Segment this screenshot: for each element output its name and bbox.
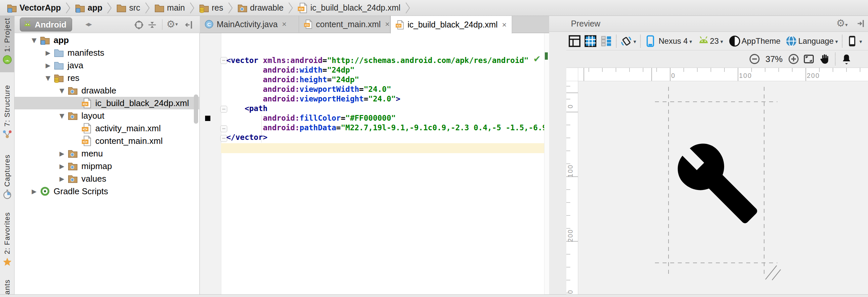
ruler-label: 0 xyxy=(567,97,574,116)
chevron-right-icon xyxy=(190,2,195,14)
folder-icon xyxy=(116,3,127,13)
zoom-out-icon[interactable] xyxy=(749,53,760,65)
breadcrumb: VectorApp app src main res drawable ic_b… xyxy=(0,0,868,16)
orientation-selector[interactable]: ▾ xyxy=(620,35,637,47)
hide-panel-icon[interactable] xyxy=(185,20,194,30)
collapse-all-icon[interactable] xyxy=(147,20,157,30)
hide-panel-icon[interactable] xyxy=(856,19,865,28)
breadcrumb-item-vectorapp[interactable]: VectorApp xyxy=(7,0,75,16)
collapse-arrow-icon[interactable]: ▶ xyxy=(56,175,67,182)
tree-row-drawable[interactable]: ▼ drawable xyxy=(14,84,200,97)
tree-row-app[interactable]: ▼ app xyxy=(14,34,200,47)
caret-down-icon: ▾ xyxy=(835,38,838,45)
breadcrumb-item-main[interactable]: main xyxy=(154,0,199,16)
expand-arrow-icon[interactable]: ▼ xyxy=(28,36,40,44)
preview-canvas xyxy=(578,81,868,294)
color-preview-swatch[interactable] xyxy=(205,116,210,121)
layout-editor-mode-icon[interactable] xyxy=(568,35,581,47)
expand-arrow-icon[interactable]: ▼ xyxy=(56,87,67,94)
breadcrumb-label: VectorApp xyxy=(20,3,61,12)
zoom-in-icon[interactable] xyxy=(788,53,799,65)
code-line: android:fillColor="#FF000000" xyxy=(226,113,396,123)
breadcrumb-item-drawable[interactable]: drawable xyxy=(237,0,298,16)
breadcrumb-item-file[interactable]: ic_build_black_24dp.xml xyxy=(298,0,414,16)
collapse-arrow-icon[interactable]: ▶ xyxy=(42,62,54,69)
tool-tab-favorites[interactable]: 2: Favorites xyxy=(0,212,14,267)
phone-icon xyxy=(644,35,657,47)
collapse-arrow-icon[interactable]: ▶ xyxy=(56,162,67,170)
variant-columns-icon[interactable] xyxy=(600,35,613,47)
project-view-selector[interactable]: Android xyxy=(20,18,72,31)
pan-hand-icon[interactable] xyxy=(818,53,830,65)
tree-row-mipmap[interactable]: ▶ mipmap xyxy=(14,160,200,172)
tool-tab-label: Captures xyxy=(3,155,11,187)
editor-tab-ic-build-black-24dp[interactable]: ic_build_black_24dp.xml × xyxy=(390,16,512,33)
breadcrumb-item-res[interactable]: res xyxy=(199,0,237,16)
grid-mode-icon[interactable] xyxy=(584,35,597,47)
panel-settings-button[interactable]: ⚙ ▾ xyxy=(166,19,178,29)
tree-scrollbar-thumb[interactable] xyxy=(194,94,198,124)
editor-scrollbar[interactable] xyxy=(544,33,549,294)
breadcrumb-item-src[interactable]: src xyxy=(116,0,154,16)
caret-down-icon: ▾ xyxy=(633,38,636,45)
tree-row-res[interactable]: ▼ res xyxy=(14,72,200,84)
language-selector[interactable]: Language ▾ xyxy=(785,35,839,47)
editor-tab-mainactivity[interactable]: MainActivity.java × xyxy=(200,16,299,32)
tree-row-gradle-scripts[interactable]: ▶ Gradle Scripts xyxy=(14,185,200,197)
tool-tab-captures[interactable]: Captures xyxy=(0,155,14,199)
theme-selector[interactable]: AppTheme xyxy=(728,35,781,47)
resize-handle[interactable] xyxy=(764,264,785,281)
tree-row-values[interactable]: ▶ values xyxy=(14,172,200,185)
build-wrench-icon xyxy=(673,138,761,227)
close-icon[interactable]: × xyxy=(385,20,390,29)
breadcrumb-label: app xyxy=(88,3,102,12)
preview-settings-button[interactable]: ⚙▾ xyxy=(836,18,847,28)
guide-line xyxy=(655,102,777,102)
xml-file-icon xyxy=(82,98,92,108)
globe-icon xyxy=(785,35,798,47)
navigate-back-forward-icons[interactable]: ◂▸ xyxy=(85,20,91,28)
close-icon[interactable]: × xyxy=(282,20,286,29)
ruler-label: 100 xyxy=(567,161,574,181)
collapse-arrow-icon[interactable]: ▶ xyxy=(28,188,40,195)
tab-label: content_main.xml xyxy=(316,20,381,29)
collapse-arrow-icon[interactable]: ▶ xyxy=(42,49,54,56)
tree-row-content-main[interactable]: content_main.xml xyxy=(14,135,200,147)
tree-row-activity-main[interactable]: activity_main.xml xyxy=(14,122,200,135)
tree-label: menu xyxy=(82,148,103,159)
breadcrumb-label: src xyxy=(129,3,140,12)
tree-label: activity_main.xml xyxy=(95,123,161,134)
breadcrumb-item-app[interactable]: app xyxy=(75,0,116,16)
editor-tab-content-main[interactable]: content_main.xml × xyxy=(299,16,390,32)
tree-row-ic-build-black-24dp[interactable]: ic_build_black_24dp.xml xyxy=(14,97,200,109)
tree-row-menu[interactable]: ▶ menu xyxy=(14,147,200,160)
api-level-selector[interactable]: 23 ▾ xyxy=(697,35,724,47)
collapse-arrow-icon[interactable]: ▶ xyxy=(56,150,67,157)
tree-row-java[interactable]: ▶ java xyxy=(14,59,200,72)
tool-tab-project[interactable]: 1: Project xyxy=(0,18,14,65)
status-bar-edge xyxy=(0,294,868,297)
code-editor[interactable]: − − − − <vector xmlns:android="http://sc… xyxy=(200,33,549,294)
folder-res-icon xyxy=(199,3,209,13)
folder-app-icon xyxy=(75,3,85,13)
android-icon xyxy=(23,20,32,29)
device-selector[interactable]: Nexus 4 ▾ xyxy=(644,35,693,47)
target-device-selector[interactable]: ▾ xyxy=(846,35,863,47)
tool-tab-label: 1: Project xyxy=(3,18,11,52)
notifications-bell-icon[interactable] xyxy=(841,53,852,65)
tree-label: content_main.xml xyxy=(95,136,163,146)
tab-label: ic_build_black_24dp.xml xyxy=(407,20,497,29)
caret-down-icon: ▾ xyxy=(689,38,692,45)
tool-tab-structure[interactable]: 7: Structure xyxy=(0,85,14,139)
caret-down-icon: ▾ xyxy=(845,22,848,28)
zoom-fit-icon[interactable] xyxy=(803,53,814,65)
expand-arrow-icon[interactable]: ▼ xyxy=(42,74,54,82)
expand-arrow-icon[interactable]: ▼ xyxy=(56,112,67,119)
code-line: <path xyxy=(226,104,268,113)
code-text[interactable]: <vector xmlns:android="http://schemas.an… xyxy=(226,33,545,294)
locate-file-icon[interactable] xyxy=(134,20,144,30)
chevron-right-icon xyxy=(107,2,112,14)
tree-row-manifests[interactable]: ▶ manifests xyxy=(14,47,200,59)
tree-row-layout[interactable]: ▼ layout xyxy=(14,109,200,122)
close-icon[interactable]: × xyxy=(502,20,506,29)
